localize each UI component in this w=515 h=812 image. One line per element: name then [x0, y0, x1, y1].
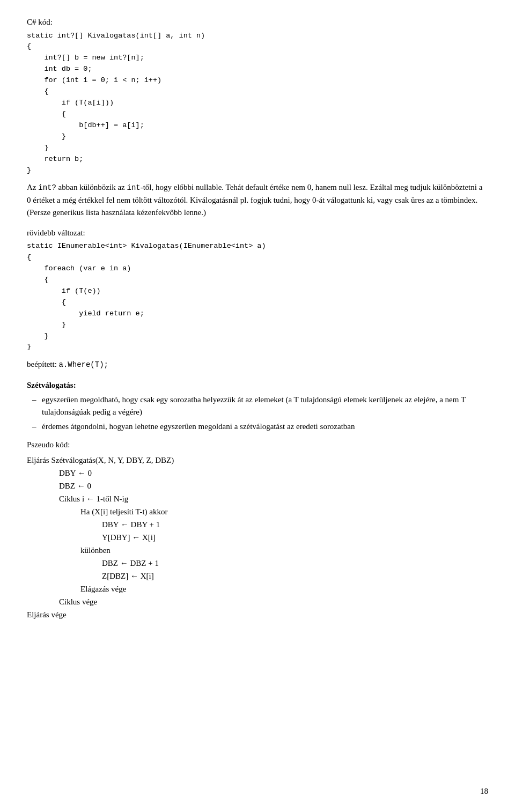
prose-text-before-int: Az [27, 183, 38, 191]
builtin-code: a.Where(T); [59, 360, 108, 369]
pseudo-line-4: Ha (X[i] teljesíti T-t) akkor [27, 505, 488, 518]
csharp-section: C# kód: static int?[] Kivalogatas(int[] … [27, 16, 488, 176]
pseudo-line-10: Elágazás vége [27, 582, 488, 595]
int-code-inline: int [127, 183, 140, 192]
szetvalogatas-section: Szétválogatás: egyszerűen megoldható, ho… [27, 379, 488, 433]
pseudo-code-block: Eljárás Szétválogatás(X, N, Y, DBY, Z, D… [27, 454, 488, 621]
section-heading-szetvalogatas: Szétválogatás: [27, 379, 488, 392]
short-variant-section: rövidebb változat: static IEnumerable<in… [27, 227, 488, 353]
page-number: 18 [480, 785, 488, 798]
pseudo-line-0: Eljárás Szétválogatás(X, N, Y, DBY, Z, D… [27, 454, 488, 467]
bullet-item-2: érdemes átgondolni, hogyan lehetne egysz… [27, 420, 488, 433]
pseudo-line-6: Y[DBY] ← X[i] [27, 531, 488, 544]
pseudo-section: Pszeudo kód: Eljárás Szétválogatás(X, N,… [27, 439, 488, 622]
pseudo-line-8: DBZ ← DBZ + 1 [27, 557, 488, 570]
prose-text-between: abban különbözik az [56, 183, 127, 191]
pseudo-line-9: Z[DBZ] ← X[i] [27, 570, 488, 582]
pseudo-line-1: DBY ← 0 [27, 467, 488, 479]
short-variant-label: rövidebb változat: [27, 227, 488, 239]
csharp-label: C# kód: [27, 16, 488, 28]
builtin-line: beépített: a.Where(T); [27, 358, 488, 371]
bullet-item-1: egyszerűen megoldható, hogy csak egy sor… [27, 394, 488, 419]
pseudo-line-12: Eljárás vége [27, 608, 488, 621]
int-nullable-code: int? [38, 183, 56, 192]
pseudo-line-2: DBZ ← 0 [27, 479, 488, 492]
bullet-list: egyszerűen megoldható, hogy csak egy sor… [27, 394, 488, 433]
prose-paragraph-1: Az int? abban különbözik az int-től, hog… [27, 181, 488, 219]
pseudo-line-3: Ciklus i ← 1-től N-ig [27, 492, 488, 505]
pseudo-line-7: különben [27, 544, 488, 557]
csharp-code-short: static IEnumerable<int> Kivalogatas(IEnu… [27, 241, 488, 353]
pseudo-line-5: DBY ← DBY + 1 [27, 518, 488, 531]
pseudo-line-11: Ciklus vége [27, 595, 488, 608]
pseudo-label: Pszeudo kód: [27, 439, 488, 451]
builtin-text: beépített: [27, 360, 59, 368]
csharp-code-main: static int?[] Kivalogatas(int[] a, int n… [27, 31, 488, 176]
